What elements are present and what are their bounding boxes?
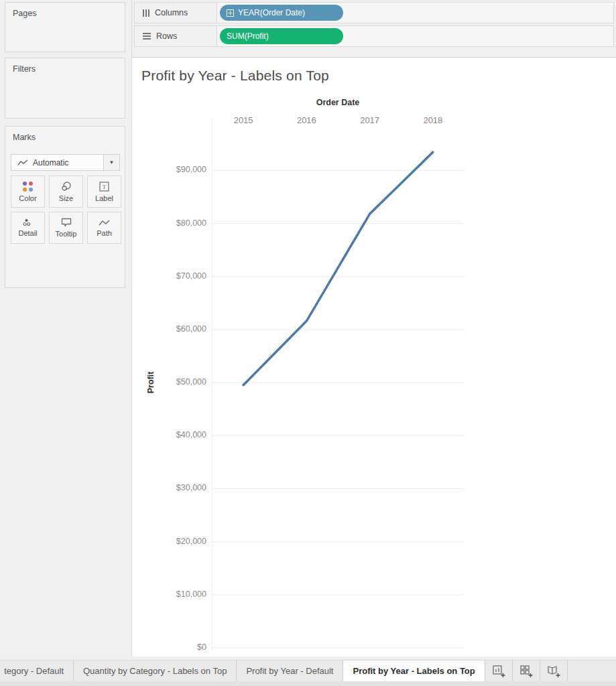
new-story-button[interactable] (540, 661, 568, 681)
sheet-tab-profit-by-year-default[interactable]: Profit by Year - Default (237, 661, 343, 681)
columns-shelf-track[interactable]: YEAR(Order Date) (217, 3, 613, 23)
size-icon (61, 182, 72, 192)
rows-icon (143, 33, 151, 40)
rows-shelf-label: Rows (156, 31, 177, 41)
columns-shelf[interactable]: Columns YEAR(Order Date) (134, 2, 614, 23)
columns-pill-label: YEAR(Order Date) (238, 8, 305, 17)
color-icon (23, 182, 33, 192)
new-worksheet-button[interactable] (485, 661, 513, 681)
profit-line-mark[interactable] (243, 152, 433, 385)
y-tick-label: $0 (132, 642, 206, 652)
rows-pill[interactable]: SUM(Profit) (220, 28, 343, 44)
y-tick-label: $20,000 (132, 537, 206, 546)
line-chart (132, 58, 616, 657)
line-mark-icon (17, 159, 28, 166)
path-icon (99, 219, 110, 226)
label-button[interactable]: T Label (87, 176, 121, 208)
columns-pill[interactable]: YEAR(Order Date) (220, 5, 343, 21)
tooltip-icon (61, 218, 72, 227)
tableau-workspace: Pages Filters Marks Automatic ▼ Color Si… (0, 0, 616, 686)
x-tick-label: 2017 (343, 115, 397, 125)
color-button[interactable]: Color (11, 176, 45, 208)
y-tick-label: $90,000 (132, 165, 206, 174)
detail-icon (23, 218, 33, 226)
tab-bar-bottom-strip (0, 681, 616, 686)
x-tick-label: 2018 (406, 115, 460, 125)
svg-text:T: T (103, 184, 107, 190)
expand-plus-icon[interactable] (227, 9, 234, 17)
chevron-down-icon[interactable]: ▼ (103, 155, 119, 170)
marks-card: Marks Automatic ▼ Color Size T (5, 126, 125, 288)
x-tick-label: 2016 (280, 115, 333, 125)
pages-shelf[interactable]: Pages (5, 2, 125, 52)
columns-icon (143, 9, 149, 17)
pages-shelf-label: Pages (5, 3, 125, 18)
sheet-tab-category-default[interactable]: tegory - Default (0, 661, 74, 681)
y-tick-label: $40,000 (132, 430, 206, 439)
x-tick-label: 2015 (217, 115, 270, 125)
y-tick-label: $80,000 (132, 218, 206, 228)
size-button[interactable]: Size (49, 176, 83, 208)
worksheet-view: Profit by Year - Labels on Top Order Dat… (131, 57, 616, 657)
detail-button[interactable]: Detail (11, 212, 45, 244)
label-icon: T (99, 182, 109, 192)
new-dashboard-button[interactable] (513, 661, 540, 681)
tooltip-button[interactable]: Tooltip (49, 212, 83, 244)
y-tick-label: $70,000 (132, 271, 206, 281)
y-tick-label: $60,000 (132, 324, 206, 334)
mark-type-dropdown[interactable]: Automatic ▼ (11, 154, 120, 171)
mark-buttons: Color Size T Label Detail (11, 176, 121, 244)
y-tick-label: $30,000 (132, 483, 206, 492)
rows-shelf[interactable]: Rows SUM(Profit) (134, 25, 614, 47)
y-tick-label: $50,000 (132, 377, 206, 387)
columns-shelf-label: Columns (155, 8, 188, 17)
filters-shelf[interactable]: Filters (5, 58, 125, 119)
y-tick-label: $10,000 (132, 590, 206, 599)
new-dashboard-icon (519, 665, 533, 678)
rows-pill-label: SUM(Profit) (227, 31, 269, 41)
sheet-tab-profit-by-year-labels[interactable]: Profit by Year - Labels on Top (343, 661, 485, 681)
rows-shelf-track[interactable]: SUM(Profit) (217, 26, 613, 46)
mark-type-value: Automatic (33, 158, 103, 167)
marks-card-label: Marks (5, 127, 125, 142)
new-worksheet-icon (492, 665, 505, 678)
new-story-icon (547, 665, 560, 678)
filters-shelf-label: Filters (5, 58, 125, 74)
sheet-tab-quantity-by-category[interactable]: Quantity by Category - Labels on Top (74, 661, 237, 681)
path-button[interactable]: Path (87, 212, 121, 244)
sheet-tab-bar: tegory - Default Quantity by Category - … (0, 657, 616, 686)
